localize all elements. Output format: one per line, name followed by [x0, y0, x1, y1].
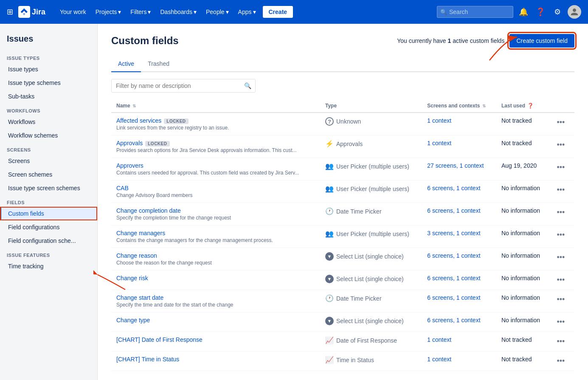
sidebar-item-field-configurations[interactable]: Field configurations — [0, 220, 97, 234]
field-name-link[interactable]: Affected services — [116, 117, 161, 124]
col-name: Name ⇅ — [111, 99, 320, 113]
cell-type: ⚡ Approvals — [320, 135, 422, 158]
sidebar-item-time-tracking[interactable]: Time tracking — [0, 259, 97, 273]
sidebar-item-sub-tasks[interactable]: Sub-tasks — [0, 90, 97, 103]
field-name-link[interactable]: Approvals — [116, 140, 143, 146]
last-used-text: Not tracked — [501, 356, 532, 363]
cell-actions: ••• — [549, 290, 574, 312]
more-actions-button[interactable]: ••• — [554, 185, 568, 195]
field-name-link[interactable]: Change start date — [116, 294, 163, 301]
page-title: Custom fields — [111, 35, 179, 47]
page-header: Custom fields You currently have 1 activ… — [111, 34, 574, 48]
dashboards-menu[interactable]: Dashboards ▾ — [156, 6, 201, 18]
filters-menu[interactable]: Filters ▾ — [126, 6, 155, 18]
search-icon: 🔍 — [440, 9, 447, 15]
context-link[interactable]: 1 context — [427, 356, 451, 363]
avatar[interactable] — [568, 5, 581, 19]
locked-badge: LOCKED — [145, 141, 169, 146]
cell-actions: ••• — [549, 135, 574, 158]
more-actions-button[interactable]: ••• — [554, 162, 568, 173]
context-link[interactable]: 1 context — [427, 117, 451, 124]
more-actions-button[interactable]: ••• — [554, 356, 568, 366]
last-used-text: No information — [501, 207, 540, 214]
help-icon[interactable]: ❓ — [534, 5, 547, 19]
field-name-link[interactable]: Change risk — [116, 275, 148, 281]
settings-icon[interactable]: ⚙ — [551, 5, 564, 19]
more-actions-button[interactable]: ••• — [554, 140, 568, 150]
more-actions-button[interactable]: ••• — [554, 117, 568, 128]
table-row: [CHART] Date of First Response 📈 Date of… — [111, 332, 574, 352]
field-name-link[interactable]: Change reason — [116, 252, 157, 259]
sidebar-item-workflows[interactable]: Workflows — [0, 115, 97, 129]
cell-screens: 6 screens, 1 context — [422, 180, 496, 203]
field-name-link[interactable]: Change managers — [116, 230, 165, 236]
col-type: Type — [320, 99, 422, 113]
field-name-link[interactable]: [CHART] Date of First Response — [116, 336, 203, 343]
table-row: Affected servicesLOCKED Link services fr… — [111, 113, 574, 135]
more-actions-button[interactable]: ••• — [554, 336, 568, 347]
table-body: Affected servicesLOCKED Link services fr… — [111, 113, 574, 371]
context-link[interactable]: 6 screens, 1 context — [427, 207, 480, 214]
last-used-text: Not tracked — [501, 117, 532, 124]
sidebar-item-issue-types[interactable]: Issue types — [0, 62, 97, 76]
notifications-icon[interactable]: 🔔 — [517, 5, 530, 19]
logo[interactable]: Jira — [18, 6, 45, 18]
sidebar-item-issue-type-schemes[interactable]: Issue type schemes — [0, 76, 97, 90]
last-used-help-icon[interactable]: ❓ — [527, 103, 534, 109]
field-name-link[interactable]: Change type — [116, 317, 150, 324]
context-link[interactable]: 6 screens, 1 context — [427, 185, 480, 191]
context-link[interactable]: 1 context — [427, 336, 451, 343]
more-actions-button[interactable]: ••• — [554, 275, 568, 285]
your-work-menu[interactable]: Your work — [56, 6, 90, 18]
sidebar: Issues ISSUE TYPES Issue types Issue typ… — [0, 24, 98, 380]
topnav-nav: Your work Projects ▾ Filters ▾ Dashboard… — [56, 6, 433, 18]
cell-last-used: No information — [496, 180, 549, 203]
context-link[interactable]: 1 context — [427, 140, 451, 146]
more-actions-button[interactable]: ••• — [554, 294, 568, 305]
page-header-right: You currently have 1 active custom field… — [397, 34, 574, 48]
tab-trashed[interactable]: Trashed — [141, 56, 176, 72]
cell-screens: 1 context — [422, 113, 496, 135]
cell-last-used: No information — [496, 290, 549, 312]
sidebar-item-field-config-schemes[interactable]: Field configuration sche... — [0, 234, 97, 248]
cell-last-used: No information — [496, 248, 549, 270]
field-name-link[interactable]: Approvers — [116, 162, 143, 169]
sidebar-item-screens[interactable]: Screens — [0, 154, 97, 168]
more-actions-button[interactable]: ••• — [554, 252, 568, 263]
tab-active[interactable]: Active — [111, 56, 141, 72]
search-input[interactable] — [437, 6, 513, 18]
apps-menu[interactable]: Apps ▾ — [234, 6, 260, 18]
field-name-link[interactable]: Change completion date — [116, 207, 181, 214]
create-custom-field-button[interactable]: Create custom field — [509, 34, 574, 48]
active-fields-text: You currently have 1 active custom field… — [397, 37, 504, 44]
field-name-link[interactable]: [CHART] Time in Status — [116, 356, 179, 363]
projects-menu[interactable]: Projects ▾ — [91, 6, 126, 18]
table-header: Name ⇅ Type Screens and contexts ⇅ Last … — [111, 99, 574, 113]
cell-last-used: No information — [496, 225, 549, 248]
create-button[interactable]: Create — [263, 6, 293, 18]
grid-icon[interactable]: ⊞ — [7, 7, 13, 17]
cell-last-used: Not tracked — [496, 332, 549, 352]
context-link[interactable]: 27 screens, 1 context — [427, 162, 484, 169]
context-link[interactable]: 6 screens, 1 context — [427, 275, 480, 281]
custom-fields-table: Name ⇅ Type Screens and contexts ⇅ Last … — [111, 99, 574, 371]
more-actions-button[interactable]: ••• — [554, 207, 568, 218]
context-link[interactable]: 6 screens, 1 context — [427, 252, 480, 259]
cell-type: ? Unknown — [320, 113, 422, 135]
filter-input[interactable] — [111, 79, 256, 93]
sidebar-item-issue-type-screen-schemes[interactable]: Issue type screen schemes — [0, 181, 97, 195]
sidebar-top-label: Issues — [0, 31, 97, 51]
sidebar-item-workflow-schemes[interactable]: Workflow schemes — [0, 129, 97, 142]
context-link[interactable]: 6 screens, 1 context — [427, 317, 480, 324]
cell-actions: ••• — [549, 312, 574, 332]
context-link[interactable]: 3 screens, 1 context — [427, 230, 480, 236]
sidebar-item-custom-fields[interactable]: Custom fields — [0, 207, 97, 220]
more-actions-button[interactable]: ••• — [554, 317, 568, 327]
field-name-link[interactable]: CAB — [116, 185, 129, 191]
last-used-text: Not tracked — [501, 140, 532, 146]
more-actions-button[interactable]: ••• — [554, 230, 568, 240]
sidebar-item-screen-schemes[interactable]: Screen schemes — [0, 168, 97, 181]
people-menu[interactable]: People ▾ — [202, 6, 233, 18]
cell-actions: ••• — [549, 113, 574, 135]
context-link[interactable]: 6 screens, 1 context — [427, 294, 480, 301]
